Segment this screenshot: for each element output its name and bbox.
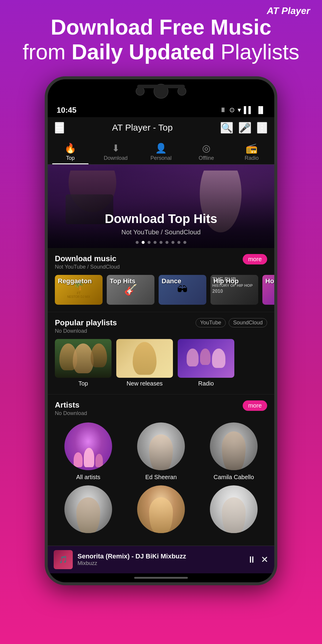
app-bar: ☰ AT Player - Top 🔍 🎤 ⋮ xyxy=(48,117,274,138)
np-info: Senorita (Remix) - DJ BiKi Mixbuzz Mixbu… xyxy=(78,552,242,566)
playlist-thumb-new xyxy=(116,339,173,378)
genre-dance-label: Dance xyxy=(162,277,181,285)
status-icons: ⏸ ⊙ ▾ ▌▌ ▐▌ xyxy=(220,106,265,114)
np-track-title: Senorita (Remix) - DJ BiKi Mixbuzz xyxy=(78,552,242,560)
download-music-subtitle: Not YouTube / SoundCloud xyxy=(55,264,120,270)
hero-banner[interactable]: Download Top Hits Not YouTube / SoundClo… xyxy=(48,165,274,248)
np-pause-button[interactable]: ⏸ xyxy=(247,555,256,565)
youtube-tag[interactable]: YouTube xyxy=(196,318,226,327)
np-close-button[interactable]: ✕ xyxy=(261,554,268,565)
artist-avatar-camila xyxy=(210,422,258,470)
artist-avatar-all xyxy=(64,422,112,470)
crowd2 xyxy=(200,349,210,365)
hero-content: Download Top Hits Not YouTube / SoundClo… xyxy=(48,212,274,248)
divider-1 xyxy=(48,312,274,312)
artist-card-row2-3[interactable] xyxy=(200,485,267,537)
tab-offline-icon: ◎ xyxy=(202,143,210,154)
reggaeton-subtext: FTNESTOR DJ MIX xyxy=(67,292,90,299)
np-controls: ⏸ ✕ xyxy=(247,554,268,565)
search-button[interactable]: 🔍 xyxy=(221,122,233,134)
artists-section: Artists No Download more xyxy=(48,396,274,546)
pause-status-icon: ⏸ xyxy=(220,106,226,114)
home-indicator[interactable] xyxy=(134,577,188,579)
artist-card-ed-sheeran[interactable]: Ed Sheeran xyxy=(128,422,194,481)
genre-card-dance[interactable]: 🕶 Dance xyxy=(159,275,206,305)
artists-subtitle: No Download xyxy=(55,410,87,417)
tab-personal-icon: 👤 xyxy=(155,143,167,154)
artist-ed-bg xyxy=(137,422,185,470)
divider-2 xyxy=(48,394,274,394)
hero-subtitle: Not YouTube / SoundCloud xyxy=(48,228,274,236)
download-music-more-button[interactable]: more xyxy=(243,254,267,264)
playlist-card-radio[interactable]: Radio xyxy=(178,339,234,387)
popular-playlists-header: Popular playlists No Download YouTube So… xyxy=(48,313,274,336)
person3 xyxy=(91,343,107,367)
artist-camila-bg xyxy=(210,422,258,470)
artist-card-row2-2[interactable] xyxy=(128,485,194,537)
phone-notch xyxy=(48,79,274,103)
soundcloud-tag[interactable]: SoundCloud xyxy=(229,318,267,327)
tab-top[interactable]: 🔥 Top xyxy=(48,138,93,164)
playlist-top-bg xyxy=(55,339,112,378)
playlist-card-new-releases[interactable]: New releases xyxy=(116,339,173,387)
genre-card-hiphop[interactable]: THE RUBHISTORY OF HIP HOP2010 Hip Hop xyxy=(210,275,258,305)
tab-offline[interactable]: ◎ Offline xyxy=(184,138,229,164)
artist-avatar-row2-3 xyxy=(210,485,258,533)
signal-icon: ▌▌ xyxy=(244,106,253,114)
playlist-radio-name: Radio xyxy=(178,380,234,387)
tab-radio[interactable]: 📻 Radio xyxy=(229,138,274,164)
battery-icon: ▐▌ xyxy=(256,106,265,114)
artists-header: Artists No Download more xyxy=(55,400,267,417)
crowd-fig2 xyxy=(84,448,94,467)
row2-3-bg xyxy=(210,485,258,533)
artist-all-bg xyxy=(64,422,112,470)
playlist-scroll: Top New releases xyxy=(48,336,274,393)
crowd-fig3 xyxy=(95,454,103,467)
status-time: 10:45 xyxy=(57,106,77,115)
main-content: Download Top Hits Not YouTube / SoundClo… xyxy=(48,165,274,546)
popular-playlists-title-group: Popular playlists No Download xyxy=(55,318,117,334)
genre-card-reggaeton[interactable]: 🌴 FTNESTOR DJ MIX Reggaeton xyxy=(55,275,103,305)
circle-status-icon: ⊙ xyxy=(229,106,235,114)
tab-personal-label: Personal xyxy=(150,155,171,161)
genre-card-ho[interactable]: Ho xyxy=(262,275,274,305)
row2-2-bg xyxy=(137,485,185,533)
artist-all-name: All artists xyxy=(76,474,100,481)
mic-button[interactable]: 🎤 xyxy=(239,122,251,134)
app-bar-title: AT Player - Top xyxy=(64,123,221,133)
artists-more-button[interactable]: more xyxy=(243,400,267,411)
tab-download-label: Download xyxy=(104,155,128,161)
tab-download-icon: ⬇ xyxy=(112,143,120,154)
hamburger-menu-button[interactable]: ☰ xyxy=(55,122,64,134)
artist-avatar-ed xyxy=(137,422,185,470)
artist-card-all[interactable]: All artists xyxy=(55,422,122,481)
more-options-button[interactable]: ⋮ xyxy=(257,122,267,134)
playlist-new-name: New releases xyxy=(116,380,173,387)
now-playing-bar: 🎵 Senorita (Remix) - DJ BiKi Mixbuzz Mix… xyxy=(48,546,274,573)
row2-1-fig xyxy=(76,497,100,533)
np-album-thumb: 🎵 xyxy=(54,550,73,569)
playlist-card-top[interactable]: Top xyxy=(55,339,112,387)
artists-row1: All artists Ed Sheeran xyxy=(55,418,267,485)
genre-ho-label: Ho xyxy=(265,277,274,285)
artist-card-row2-1[interactable] xyxy=(55,485,122,537)
tab-download[interactable]: ⬇ Download xyxy=(93,138,138,164)
app-brand-title: AT Player xyxy=(267,5,310,16)
hero-title: Download Top Hits xyxy=(48,212,274,226)
promo-section: Download Free Music from Daily Updated P… xyxy=(0,9,322,76)
phone-bottom-bar xyxy=(48,573,274,582)
genre-card-tophits[interactable]: 🎸 Top Hits xyxy=(107,275,154,305)
tab-top-label: Top xyxy=(66,155,75,161)
playlist-new-bg xyxy=(116,339,173,378)
genre-tophits-label: Top Hits xyxy=(110,277,135,285)
tab-radio-icon: 📻 xyxy=(246,143,258,154)
download-music-header: Download music Not YouTube / SoundCloud … xyxy=(48,248,274,272)
app-bar-icons: 🔍 🎤 ⋮ xyxy=(221,122,267,134)
artist-card-camila[interactable]: Camila Cabello xyxy=(200,422,267,481)
np-track-artist: Mixbuzz xyxy=(78,560,242,566)
playlist-thumb-top xyxy=(55,339,112,378)
phone-frame: 10:45 ⏸ ⊙ ▾ ▌▌ ▐▌ ☰ AT Player - Top 🔍 🎤 … xyxy=(45,76,277,585)
artist-avatar-row2-2 xyxy=(137,485,185,533)
download-music-title: Download music xyxy=(55,254,120,263)
tab-personal[interactable]: 👤 Personal xyxy=(138,138,184,164)
